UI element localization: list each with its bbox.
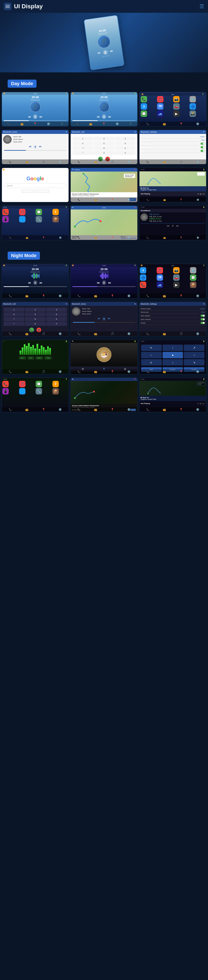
- power-toggle[interactable]: [200, 150, 205, 152]
- night-ios-app4[interactable]: 📦: [52, 388, 59, 395]
- night-key-2[interactable]: 2: [25, 307, 46, 312]
- night-device-name-row: Device name CarBT: [141, 307, 205, 310]
- device-name-value: CarBT: [200, 136, 205, 138]
- ios-podcast-icon[interactable]: 🎙: [52, 209, 59, 215]
- settings-app-icon[interactable]: ⚙️: [189, 96, 196, 102]
- wide-map-screen: 🔍 ◎ ◎ 📍 16:16 ETA 9.0 mi Start onSinglet…: [71, 206, 137, 240]
- night-waze-icon[interactable]: 🚗: [173, 274, 180, 281]
- nav-arrow-left[interactable]: ←: [141, 352, 162, 358]
- night-key-star[interactable]: *: [4, 321, 24, 326]
- nav-arrow-up[interactable]: ↑: [162, 345, 183, 351]
- night-phone-icon[interactable]: 📞: [140, 282, 146, 288]
- ios-app2-icon[interactable]: 📱: [2, 216, 9, 223]
- night-key-7[interactable]: 7: [4, 317, 24, 321]
- night-maps-icon[interactable]: 🗺: [157, 274, 163, 281]
- eq-btn-4[interactable]: Treb: [44, 356, 51, 359]
- eq-btn-2[interactable]: EQ-: [28, 356, 34, 359]
- night-np-play[interactable]: ▶: [200, 402, 202, 405]
- night-music-controls-2[interactable]: ⏮ ⏸ ⏭: [71, 279, 137, 286]
- nav-arrow-center[interactable]: ●: [162, 352, 183, 358]
- google-search-bar[interactable]: Search: [4, 183, 66, 188]
- key-1[interactable]: 1: [72, 137, 93, 141]
- waze-app-icon[interactable]: 🚗: [173, 103, 180, 110]
- night-key-0[interactable]: 0: [25, 321, 46, 326]
- night-telegram-icon[interactable]: ✈: [140, 267, 146, 274]
- ios-app5-icon[interactable]: 📦: [52, 216, 59, 223]
- night-key-3[interactable]: 3: [46, 307, 67, 312]
- bt-app-icon[interactable]: 🔵: [189, 103, 196, 110]
- nav-arrow-tr[interactable]: ↗: [184, 345, 204, 351]
- night-ios-app3[interactable]: 🔧: [36, 388, 42, 395]
- auto-connect-toggle[interactable]: [200, 146, 205, 148]
- night-photos-icon[interactable]: 📷: [173, 267, 180, 274]
- night-ios-podcast[interactable]: 🎙: [52, 381, 59, 387]
- night-eq-screen: ⊙🔋 EQ+ EQ- B: [2, 340, 69, 374]
- night-key-hash[interactable]: #: [46, 321, 67, 326]
- messages-app-icon[interactable]: 💬: [141, 110, 147, 117]
- key-0[interactable]: 0: [94, 151, 114, 155]
- eq-btn-3[interactable]: Bass: [36, 356, 43, 359]
- key-6[interactable]: 6: [115, 142, 136, 146]
- night-auto-answer-toggle[interactable]: [200, 315, 205, 317]
- ios-phone-icon[interactable]: 📞: [2, 209, 9, 215]
- eq-btn-1[interactable]: EQ+: [19, 356, 26, 359]
- music-controls-2[interactable]: ⏮ ⏸ ⏭: [71, 113, 137, 120]
- night-key-4[interactable]: 4: [4, 312, 24, 317]
- key-5[interactable]: 5: [94, 142, 114, 146]
- night-auto-connect-toggle[interactable]: [200, 318, 205, 320]
- night-key-8[interactable]: 8: [25, 317, 46, 321]
- night-mode-grid-2: Bluetooth_Call ✕ 1 2 3 4 5 6 7 8 9 * 0 #: [0, 302, 208, 340]
- night-key-1[interactable]: 1: [4, 307, 24, 312]
- night-ios-music[interactable]: 🎵: [19, 381, 25, 387]
- auto-answer-toggle[interactable]: [200, 143, 205, 145]
- night-yt-icon[interactable]: ▶: [173, 282, 180, 288]
- night-key-5[interactable]: 5: [25, 312, 46, 317]
- nav-arrow-down[interactable]: ↓: [162, 359, 183, 366]
- night-ios-phone[interactable]: 📞: [2, 381, 9, 387]
- key-2[interactable]: 2: [94, 137, 114, 141]
- maps-app-icon[interactable]: 🗺: [157, 103, 164, 110]
- key-hash[interactable]: #: [115, 151, 136, 155]
- lucky-btn[interactable]: I'm Feeling Lucky: [35, 190, 49, 193]
- key-4[interactable]: 4: [72, 142, 93, 146]
- key-8[interactable]: 8: [94, 146, 114, 150]
- key-9[interactable]: 9: [115, 146, 136, 150]
- key-7[interactable]: 7: [72, 146, 93, 150]
- music-app-icon[interactable]: 🎵: [157, 96, 164, 102]
- night-app-icon[interactable]: 📦: [190, 282, 196, 288]
- nav-arrow-br[interactable]: ↘: [184, 359, 204, 366]
- music-controls-1[interactable]: ⏮ ⏸ ⏭: [2, 113, 69, 120]
- ios-music-icon[interactable]: 🎵: [19, 209, 25, 215]
- night-settings-icon[interactable]: ⚙️: [190, 267, 196, 274]
- google-search-btn[interactable]: Google Search: [21, 190, 34, 193]
- header-menu-icon[interactable]: ☰: [200, 3, 204, 10]
- nav-arrow-tl[interactable]: ↖: [141, 345, 162, 351]
- phone-app-icon[interactable]: 📞: [141, 96, 147, 102]
- camera-app-icon[interactable]: 📸: [189, 110, 196, 117]
- key-3[interactable]: 3: [115, 137, 136, 141]
- night-ios-app1[interactable]: 📱: [2, 388, 9, 395]
- ios-app3-icon[interactable]: 🌐: [19, 216, 25, 223]
- night-ios-app2[interactable]: 🌐: [19, 388, 25, 395]
- ios-messages-icon[interactable]: 💬: [36, 209, 42, 215]
- night-messages-icon[interactable]: 💬: [190, 274, 196, 281]
- night-key-9[interactable]: 9: [46, 317, 67, 321]
- nav-arrow-right[interactable]: →: [184, 352, 204, 358]
- carplay-app-icon[interactable]: 🚙: [157, 110, 164, 117]
- key-star[interactable]: *: [72, 151, 93, 155]
- photos-app-icon[interactable]: 📷: [173, 96, 180, 102]
- youtube-app-icon[interactable]: ▶: [173, 110, 180, 117]
- telegram-app-icon[interactable]: ✈: [141, 103, 147, 110]
- night-power-toggle[interactable]: [200, 322, 205, 324]
- night-carplay-icon[interactable]: 🚙: [157, 282, 163, 288]
- night-ios-messages[interactable]: 💬: [36, 381, 42, 387]
- night-bt-icon[interactable]: 🔵: [140, 274, 146, 281]
- hamburger-menu-icon[interactable]: [4, 3, 11, 10]
- night-np-prev[interactable]: ⏮: [197, 402, 199, 405]
- night-music-controls-1[interactable]: ⏮ ⏸ ⏭: [2, 279, 69, 286]
- night-music-icon[interactable]: 🎵: [157, 267, 163, 274]
- night-key-6[interactable]: 6: [46, 312, 67, 317]
- night-np-next[interactable]: ⏭: [203, 402, 205, 405]
- nav-arrow-bl[interactable]: ↙: [141, 359, 162, 366]
- ios-app4-icon[interactable]: 🔧: [36, 216, 42, 223]
